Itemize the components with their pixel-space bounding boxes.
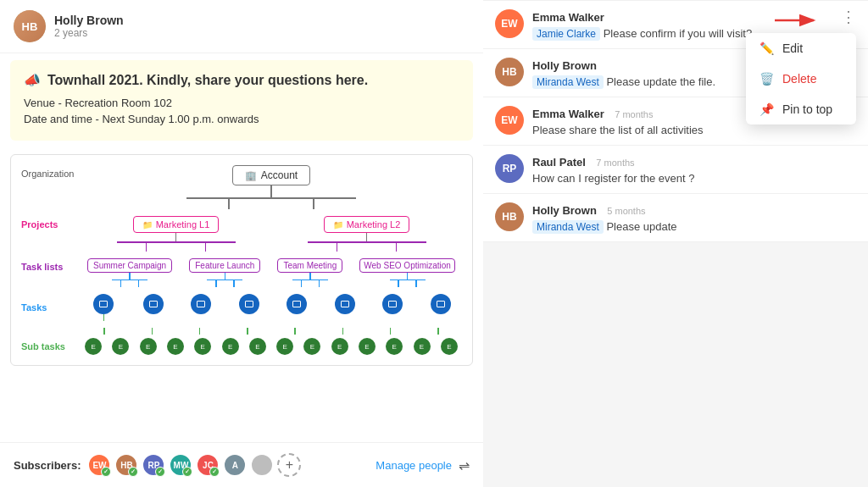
comments-list: EW Emma Walker Jamie Clarke Please confi… (483, 0, 868, 242)
projects-label: Projects (21, 216, 81, 230)
author-avatar: HB (14, 10, 46, 42)
project-node-1: 📁 Marketing L1 (133, 216, 220, 233)
edit-icon: ✏️ (760, 42, 774, 55)
comment-avatar-2: HB (495, 58, 524, 86)
pin-icon: 📌 (760, 102, 774, 116)
subscriber-avatar-2: HB (114, 453, 138, 477)
subscriber-avatar-1: EW (87, 453, 111, 477)
comment-item-5: HB Holly Brown 5 months Miranda West Ple… (483, 194, 868, 242)
comment-author-4: Raul Patel (532, 156, 586, 169)
subtask-node: E (222, 338, 239, 355)
author-duration: 2 years (54, 27, 470, 39)
project-node-2: 📁 Marketing L2 (324, 216, 410, 233)
subtask-node: E (249, 338, 266, 355)
comment-author-2: Holly Brown (532, 59, 597, 72)
org-chart-section: Organization 🏢 Account (0, 147, 483, 374)
subtask-node: E (303, 338, 320, 355)
post-user-info: Holly Brown 2 years (54, 14, 470, 39)
comment-body-5: Holly Brown 5 months Miranda West Please… (532, 202, 856, 233)
task-node (191, 294, 211, 314)
comment-author-3: Emma Walker (532, 108, 604, 120)
subtasks-label: Sub tasks (21, 341, 81, 351)
comment-item-4: RP Raul Patel 7 months How can I registe… (483, 146, 868, 194)
subtask-node: E (414, 338, 431, 355)
comment-time-3: 7 months (615, 109, 653, 119)
comment-avatar-3: EW (495, 106, 524, 135)
mention-tag-2: Miranda West (532, 75, 604, 89)
subscribers-label: Subscribers: (14, 459, 81, 472)
subtask-node: E (167, 338, 184, 355)
task-node (287, 294, 307, 314)
task-node (431, 294, 451, 314)
tasklist-node-3: Team Meeting (277, 258, 342, 273)
task-node (239, 294, 259, 314)
subscriber-avatar-7 (250, 453, 274, 477)
comment-time-4: 7 months (596, 158, 634, 168)
manage-people-button[interactable]: Manage people (376, 459, 452, 472)
subscriber-avatar-5: JC (196, 453, 220, 477)
subtask-node: E (140, 338, 157, 355)
task-node (93, 294, 114, 314)
mention-tag-5: Miranda West (532, 220, 604, 234)
subscriber-avatars: EW HB RP MW JC A + (87, 453, 301, 477)
comments-panel: ⋮ ✕ EW Emma Walker Jamie Clarke Please c… (483, 0, 868, 487)
task-node (143, 294, 164, 314)
subtask-node: E (194, 338, 211, 355)
comment-text-4: How can I register for the event ? (532, 172, 856, 185)
tasklist-node-1: Summer Campaign (87, 258, 172, 273)
post-title: 📣 Townhall 2021. Kindly, share your ques… (24, 72, 459, 88)
comment-time-5: 5 months (607, 206, 645, 216)
comment-author-5: Holly Brown (532, 204, 597, 217)
comment-avatar-4: RP (495, 154, 524, 183)
add-subscriber-button[interactable]: + (277, 453, 301, 477)
tasks-label: Tasks (21, 302, 81, 313)
org-label: Organization (21, 165, 81, 179)
post-datetime: Date and time - Next Sunday 1.00 p.m. on… (24, 113, 459, 125)
tasklist-node-4: Web SEO Optimization (359, 258, 455, 273)
subscribers-section: Subscribers: EW HB RP MW JC A + Manage p… (0, 442, 483, 487)
task-node (382, 294, 403, 314)
subtask-node: E (85, 338, 102, 355)
comment-avatar-1: EW (495, 9, 524, 38)
comment-avatar-5: HB (495, 202, 524, 231)
subtask-node: E (331, 338, 348, 355)
account-icon: 🏢 (245, 170, 257, 181)
comment-item-1: EW Emma Walker Jamie Clarke Please confi… (483, 0, 868, 49)
context-menu: ✏️ Edit 🗑️ Delete 📌 Pin to top (746, 33, 856, 125)
subtask-node: E (276, 338, 293, 355)
more-options-button-1[interactable]: ⋮ (841, 9, 856, 25)
tasklist-node-2: Feature Launch (189, 258, 260, 273)
task-node (335, 294, 355, 314)
menu-delete-item[interactable]: 🗑️ Delete (746, 64, 856, 94)
subtask-node: E (112, 338, 129, 355)
comment-body-4: Raul Patel 7 months How can I register f… (532, 154, 856, 185)
post-header: HB Holly Brown 2 years (0, 0, 483, 53)
filter-icon[interactable]: ⇌ (459, 457, 470, 473)
subscriber-avatar-3: RP (142, 453, 165, 477)
subtask-node: E (386, 338, 403, 355)
menu-edit-item[interactable]: ✏️ Edit (746, 33, 856, 64)
comment-text-3: Please share the list of all activities (532, 124, 856, 136)
subscriber-avatar-4: MW (169, 453, 192, 477)
main-panel: HB Holly Brown 2 years 📣 Townhall 2021. … (0, 0, 483, 487)
megaphone-icon: 📣 (24, 72, 41, 88)
account-node: 🏢 Account (232, 165, 310, 185)
author-name: Holly Brown (54, 14, 470, 27)
post-content: 📣 Townhall 2021. Kindly, share your ques… (10, 60, 473, 141)
comment-text-5: Miranda West Please update (532, 220, 856, 233)
post-venue: Venue - Recreation Room 102 (24, 97, 459, 109)
mention-tag-1: Jamie Clarke (532, 27, 600, 41)
comment-author-1: Emma Walker (532, 11, 604, 24)
subscriber-avatar-6: A (223, 453, 247, 477)
subtask-node: E (359, 338, 376, 355)
tasklists-label: Task lists (21, 258, 81, 272)
menu-pin-item[interactable]: 📌 Pin to top (746, 94, 856, 125)
delete-icon: 🗑️ (760, 72, 774, 86)
subtask-node: E (441, 338, 458, 355)
